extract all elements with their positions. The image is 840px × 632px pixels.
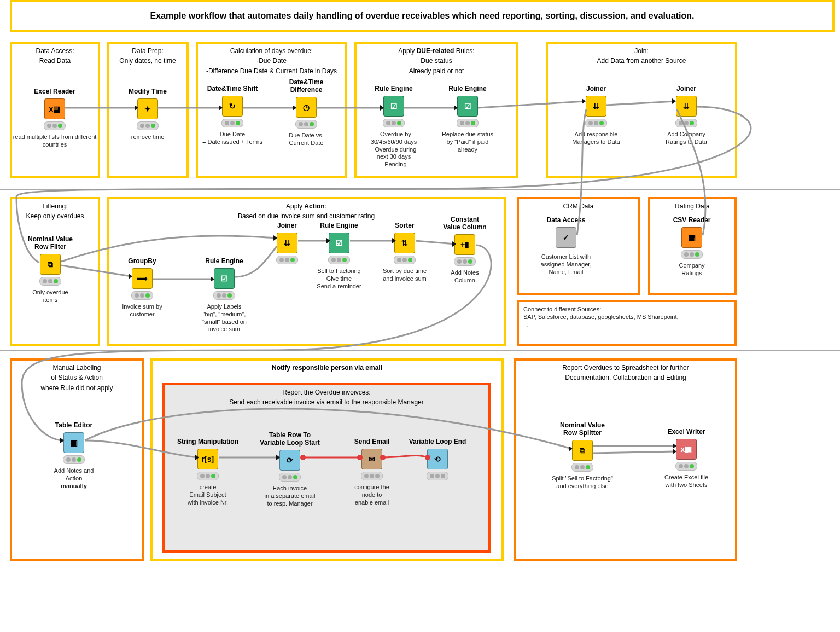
traffic-light [295, 120, 317, 129]
zone-title: Rating Data [655, 202, 730, 210]
csv-icon: ▦ [681, 227, 702, 248]
node-title: Joiner [643, 85, 730, 92]
row-separator [0, 189, 840, 190]
page-title: Example workflow that automates daily ha… [10, 0, 835, 32]
node-rule-engine-3[interactable]: Rule Engine ☑ Apply Labels "big", "mediu… [180, 257, 268, 333]
zone-title: CRM Data [523, 202, 633, 210]
traffic-light [457, 119, 479, 127]
zone-title: Report the Overdue invoivces: [169, 389, 484, 396]
node-excel-reader[interactable]: Excel Reader x▦ read multiple lists from… [11, 88, 98, 149]
zone-title: Notify responsible person via email [157, 364, 497, 372]
join-icon: ⇊ [586, 96, 606, 117]
node-string-manipulation[interactable]: String Manipulation r[s] create Email Su… [164, 438, 252, 506]
workflow-canvas: Example workflow that automates daily ha… [0, 0, 840, 632]
node-nominal-value-row-splitter[interactable]: Nominal Value Row Splitter ⧉ Split "Sell… [539, 421, 626, 490]
split-icon: ⧉ [572, 440, 593, 461]
node-title: GroupBy [98, 257, 186, 265]
node-datetime-diff[interactable]: Date&Time Difference ◷ Due Date vs. Curr… [262, 78, 350, 147]
zone-title: of Status & Action [16, 374, 137, 381]
traffic-light [44, 121, 66, 130]
page-title-text: Example workflow that automates daily ha… [150, 11, 695, 21]
traffic-light [137, 121, 159, 130]
traffic-light [571, 463, 593, 472]
node-title: Nominal Value Row Filter [7, 235, 94, 251]
node-constant-value-column[interactable]: Constant Value Column +▮ Add Notes Colum… [421, 216, 509, 285]
traffic-light [39, 277, 61, 286]
node-rule-engine-2[interactable]: Rule Engine ☑ Replace due status by "Pai… [424, 85, 511, 153]
join-icon: ⇊ [676, 96, 697, 117]
zone-title: Add Data from another Source [552, 57, 731, 65]
node-title: Rule Engine [424, 85, 511, 92]
sort-icon: ⇅ [394, 233, 415, 253]
arrow-icon [452, 241, 456, 247]
arrow-icon [582, 98, 586, 104]
node-desc: Company Ratings [648, 262, 736, 277]
node-title: Date&Time Difference [262, 78, 350, 94]
node-title: Joiner [552, 85, 640, 92]
zone-title: Send each receivable invoice via email t… [169, 398, 484, 406]
traffic-light [427, 472, 448, 480]
node-desc: Create Excel file with two Sheets [643, 474, 730, 489]
node-desc: remove time [104, 134, 191, 141]
node-table-editor[interactable]: Table Editor ▦ Add Notes andActionmanual… [30, 421, 118, 490]
arrow-icon [135, 105, 138, 111]
node-title: Table Editor [30, 421, 118, 429]
zone-title: Manual Labeling [16, 364, 137, 372]
node-title: Data Access [522, 216, 610, 224]
zone-title: Join: [552, 47, 731, 55]
traffic-light [454, 257, 476, 266]
node-desc: Customer List with assigned Manager, Nam… [522, 253, 610, 276]
zone-title: Only dates, no time [113, 57, 182, 65]
node-data-access[interactable]: Data Access ✓ Customer List with assigne… [522, 216, 610, 276]
wrench-icon: ✦ [137, 98, 158, 119]
zone-title: Report Overdues to Spreadsheet for furth… [521, 364, 731, 372]
zone-title: -Difference Due Date & Current Date in D… [202, 67, 341, 75]
arrow-icon [276, 455, 280, 460]
traffic-light [394, 256, 416, 264]
rule-icon: ☑ [457, 96, 478, 117]
zone-title: Calculation of days overdue: [202, 47, 341, 55]
node-desc: read multiple lists from different count… [11, 134, 98, 149]
excel-write-icon: x▦ [676, 439, 697, 460]
table-edit-icon: ▦ [63, 432, 84, 453]
node-desc: Due Date vs. Current Date [262, 132, 350, 147]
zone-title: Data Access: [16, 47, 94, 55]
arrow-icon [60, 438, 64, 443]
node-nominal-value-row-filter[interactable]: Nominal Value Row Filter ⧉ Only overdue … [7, 235, 94, 304]
node-desc: Only overdue items [7, 289, 94, 304]
traffic-light [221, 119, 243, 127]
node-joiner-1[interactable]: Joiner ⇊ Add responsible Managers to Dat… [552, 85, 640, 146]
email-icon: ✉ [361, 449, 382, 469]
traffic-light [63, 455, 85, 464]
node-title: Constant Value Column [421, 216, 509, 231]
zone-title: Already paid or not [361, 67, 512, 75]
node-desc: Each invoice in a separate email to resp… [246, 485, 334, 507]
arrow-icon [673, 443, 676, 449]
arrow-icon [569, 446, 573, 451]
node-excel-writer[interactable]: Excel Writer x▦ Create Excel file with t… [643, 428, 730, 489]
traffic-light [213, 291, 235, 300]
loop-end-icon: ⟲ [427, 449, 448, 469]
node-desc: configure the node to enable email [328, 484, 416, 506]
rule-icon: ☑ [329, 233, 349, 253]
node-desc: Replace due status by "Paid" if paid alr… [424, 131, 511, 153]
traffic-light [276, 256, 298, 264]
sources-note: Connect to different Sources: [523, 305, 730, 313]
rule-icon: ☑ [383, 96, 404, 117]
zone-title: Data Prep: [113, 47, 182, 55]
node-csv-reader[interactable]: CSV Reader ▦ Company Ratings [648, 216, 736, 277]
node-table-row-loop-start[interactable]: Table Row To Variable Loop Start ⟳ Each … [246, 431, 334, 507]
node-joiner-2[interactable]: Joiner ⇊ Add Company Ratings to Data [643, 85, 730, 146]
node-desc: Add Company Ratings to Data [643, 131, 730, 146]
node-modify-time[interactable]: Modify Time ✦ remove time [104, 88, 191, 141]
traffic-light [131, 291, 153, 300]
node-title: Excel Writer [643, 428, 730, 436]
arrow-icon [673, 449, 676, 454]
node-groupby[interactable]: GroupBy ⟹ Invoice sum by customer [98, 257, 186, 318]
node-variable-loop-end[interactable]: Variable Loop End ⟲ [394, 438, 481, 484]
traffic-light [383, 119, 405, 127]
loop-start-icon: ⟳ [279, 450, 300, 471]
filter-icon: ⧉ [40, 254, 61, 275]
row-separator [0, 350, 840, 351]
node-title: String Manipulation [164, 438, 252, 445]
